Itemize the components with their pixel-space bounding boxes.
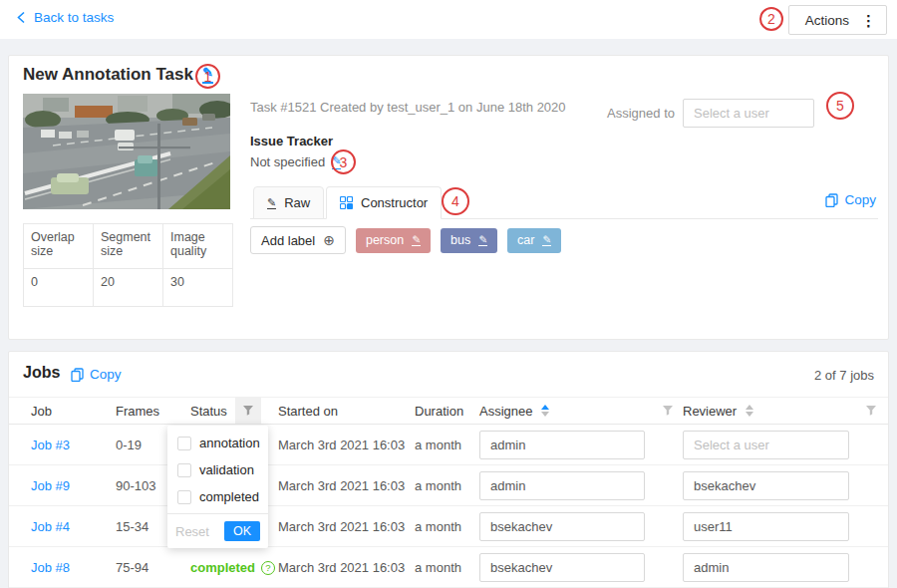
- col-header-assignee-label: Assignee: [479, 404, 532, 419]
- copy-icon: [825, 193, 838, 207]
- issue-tracker-value: Not specified: [250, 154, 325, 169]
- label-chip-car-name: car: [517, 233, 534, 247]
- label-chip-car[interactable]: car ✎: [507, 228, 561, 253]
- label-chip-person-name: person: [366, 233, 404, 247]
- labels-copy-link[interactable]: Copy: [825, 192, 876, 207]
- vertical-dots-icon: ⋮: [861, 13, 876, 28]
- back-to-tasks-link[interactable]: Back to tasks: [16, 10, 114, 25]
- checkbox-completed[interactable]: [177, 490, 191, 504]
- param-header-overlap: Overlap size: [24, 224, 94, 269]
- filter-icon-assignee[interactable]: [655, 398, 681, 424]
- col-header-assignee[interactable]: Assignee: [479, 398, 549, 424]
- task-title: New Annotation Task: [23, 65, 193, 85]
- filter-ok-button[interactable]: OK: [224, 521, 260, 541]
- job-link[interactable]: Job #4: [31, 519, 70, 534]
- task-meta-text: Task #1521 Created by test_user_1 on Jun…: [250, 100, 566, 115]
- filter-icon-status[interactable]: [235, 398, 261, 424]
- actions-label: Actions: [805, 13, 849, 28]
- jobs-title: Jobs: [23, 364, 60, 382]
- col-header-reviewer-label: Reviewer: [683, 404, 737, 419]
- job-frames: 75-94: [116, 560, 149, 575]
- job-link[interactable]: Job #3: [31, 438, 70, 452]
- edit-label-icon[interactable]: ✎: [542, 234, 551, 247]
- filter-option-annotation[interactable]: annotation: [167, 430, 268, 456]
- help-circle-icon[interactable]: ?: [261, 561, 275, 575]
- back-to-tasks-label: Back to tasks: [34, 10, 114, 25]
- reviewer-input[interactable]: [683, 431, 849, 459]
- labels-tab-bar: ✎ Raw Constructor Copy: [250, 186, 878, 219]
- add-label-text: Add label: [261, 233, 315, 248]
- job-status: completed ?: [190, 560, 275, 575]
- checkbox-annotation[interactable]: [177, 437, 191, 450]
- assignee-input[interactable]: [479, 512, 645, 541]
- assignee-input[interactable]: [479, 553, 645, 582]
- reviewer-input[interactable]: [683, 512, 849, 541]
- assigned-to-input[interactable]: [683, 99, 814, 128]
- task-title-row: New Annotation Task ✎: [23, 65, 213, 85]
- assignee-input[interactable]: [479, 471, 645, 500]
- tab-raw-label: Raw: [284, 195, 310, 210]
- col-header-reviewer[interactable]: Reviewer: [683, 398, 753, 424]
- job-duration: a month: [415, 560, 461, 575]
- issue-tracker-label: Issue Tracker: [250, 134, 333, 148]
- actions-button[interactable]: Actions ⋮: [788, 5, 887, 35]
- assignee-input[interactable]: [479, 431, 645, 459]
- job-status-text: completed: [190, 560, 255, 575]
- job-frames: 90-103: [116, 478, 155, 493]
- jobs-count: 2 of 7 jobs: [814, 368, 874, 383]
- tab-constructor-label: Constructor: [361, 195, 428, 210]
- filter-icon-reviewer[interactable]: [858, 398, 884, 424]
- labels-row: Add label ⊕ person ✎ bus ✎ car ✎: [250, 226, 561, 254]
- edit-label-icon[interactable]: ✎: [412, 234, 421, 247]
- edit-label-icon[interactable]: ✎: [478, 234, 487, 247]
- add-label-button[interactable]: Add label ⊕: [250, 226, 346, 254]
- filter-option-annotation-label: annotation: [199, 436, 260, 450]
- reviewer-input[interactable]: [683, 553, 849, 582]
- chevron-left-icon: [16, 11, 26, 24]
- filter-option-completed[interactable]: completed: [167, 483, 268, 510]
- param-value-overlap: 0: [24, 269, 94, 307]
- funnel-icon: [242, 405, 254, 417]
- job-link[interactable]: Job #9: [31, 478, 70, 493]
- job-started: March 3rd 2021 16:03: [278, 438, 405, 452]
- filter-option-validation[interactable]: validation: [167, 456, 268, 483]
- jobs-table-header: Job Frames Status Started on Duration As…: [9, 397, 888, 425]
- annotation-circle-4: 4: [442, 187, 469, 215]
- job-started: March 3rd 2021 16:03: [278, 478, 405, 493]
- checkbox-validation[interactable]: [177, 463, 191, 477]
- raw-pencil-icon: ✎: [267, 196, 276, 209]
- jobs-copy-link[interactable]: Copy: [71, 367, 122, 382]
- label-chip-bus[interactable]: bus ✎: [441, 228, 497, 253]
- filter-option-validation-label: validation: [199, 462, 254, 477]
- label-chip-person[interactable]: person ✎: [356, 228, 431, 253]
- assigned-to-label: Assigned to: [593, 106, 675, 121]
- funnel-icon: [865, 405, 877, 417]
- status-filter-dropdown: annotation validation completed Reset OK: [167, 426, 268, 548]
- funnel-icon: [662, 405, 674, 417]
- tab-raw[interactable]: ✎ Raw: [253, 186, 324, 219]
- label-chip-bus-name: bus: [450, 233, 470, 247]
- col-header-started: Started on: [278, 398, 338, 424]
- labels-copy-label: Copy: [844, 192, 876, 207]
- job-link[interactable]: Job #8: [31, 560, 70, 575]
- sort-icon-reviewer[interactable]: [746, 405, 753, 417]
- sort-icon-assignee[interactable]: [541, 405, 549, 417]
- filter-option-completed-label: completed: [199, 489, 259, 504]
- job-duration: a month: [415, 478, 461, 493]
- task-preview-image: [23, 94, 230, 209]
- plus-circle-icon: ⊕: [323, 233, 335, 247]
- annotation-circle-5: 5: [826, 92, 854, 120]
- filter-reset-button[interactable]: Reset: [175, 524, 209, 539]
- annotation-circle-3: 3: [331, 149, 356, 174]
- reviewer-input[interactable]: [683, 471, 849, 500]
- job-row: Job #3 0-19 March 3rd 2021 16:03 a month: [9, 425, 888, 465]
- annotation-circle-1: 1: [195, 64, 220, 89]
- task-parameters-table: Overlap size Segment size Image quality …: [23, 223, 233, 307]
- col-header-status-label: Status: [190, 404, 227, 419]
- job-frames: 15-34: [116, 519, 149, 534]
- col-header-job: Job: [31, 398, 52, 424]
- tab-constructor[interactable]: Constructor: [326, 186, 442, 219]
- job-started: March 3rd 2021 16:03: [278, 560, 405, 575]
- job-started: March 3rd 2021 16:03: [278, 519, 405, 534]
- issue-tracker-value-row: Not specified ✎: [250, 154, 341, 169]
